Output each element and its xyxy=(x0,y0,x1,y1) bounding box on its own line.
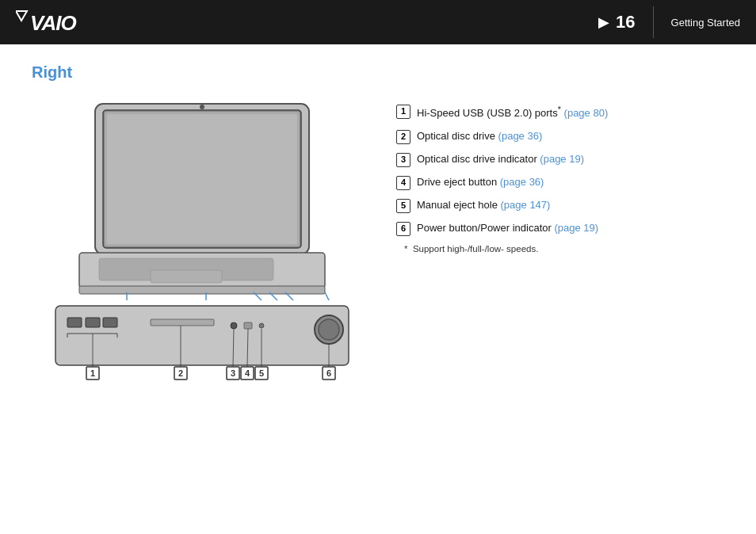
feature-item-5: 5 Manual eject hole (page 147) xyxy=(396,198,724,213)
svg-point-29 xyxy=(319,319,339,340)
feature-number-5: 5 xyxy=(396,199,410,213)
svg-line-16 xyxy=(325,292,329,300)
feature-text-2: Optical disc drive (page 36) xyxy=(417,129,542,143)
feature-link-5[interactable]: (page 147) xyxy=(501,199,551,211)
svg-rect-9 xyxy=(151,270,222,283)
feature-text-4: Drive eject button (page 36) xyxy=(417,175,544,189)
header: VAIO ▶ 16 Getting Started xyxy=(0,0,756,44)
main-content: Right xyxy=(0,44,756,408)
svg-rect-24 xyxy=(151,319,214,326)
vaio-logo: VAIO xyxy=(16,8,95,36)
svg-text:3: 3 xyxy=(231,368,235,378)
svg-point-27 xyxy=(259,323,264,328)
svg-point-25 xyxy=(231,322,237,329)
svg-marker-0 xyxy=(16,11,27,21)
svg-text:4: 4 xyxy=(245,368,250,378)
header-right: ▶ 16 Getting Started xyxy=(598,6,740,38)
feature-number-4: 4 xyxy=(396,176,410,190)
svg-rect-20 xyxy=(103,318,117,327)
svg-rect-26 xyxy=(244,322,252,329)
bottom-panel-illustration: 1 2 3 4 5 6 xyxy=(48,302,357,389)
svg-rect-17 xyxy=(55,306,349,365)
page-number-area: ▶ 16 xyxy=(598,12,635,32)
feature-text-3: Optical disc drive indicator (page 19) xyxy=(417,152,584,166)
feature-number-2: 2 xyxy=(396,130,410,144)
feature-text-6: Power button/Power indicator (page 19) xyxy=(417,221,598,235)
svg-text:VAIO: VAIO xyxy=(30,11,76,35)
feature-link-3[interactable]: (page 19) xyxy=(540,153,584,165)
feature-number-3: 3 xyxy=(396,153,410,167)
forward-arrow-icon: ▶ xyxy=(598,13,609,31)
svg-rect-5 xyxy=(107,114,297,244)
feature-item-6: 6 Power button/Power indicator (page 19) xyxy=(396,221,724,236)
logo-area: VAIO xyxy=(16,8,95,36)
feature-text-1: Hi-Speed USB (USB 2.0) ports* (page 80) xyxy=(417,104,608,121)
svg-rect-19 xyxy=(86,318,100,327)
svg-point-6 xyxy=(200,105,204,109)
feature-item-4: 4 Drive eject button (page 36) xyxy=(396,175,724,190)
svg-text:2: 2 xyxy=(178,368,183,378)
section-heading: Right xyxy=(32,63,724,82)
feature-item-1: 1 Hi-Speed USB (USB 2.0) ports* (page 80… xyxy=(396,104,724,121)
content-area: 1 2 3 4 5 6 xyxy=(32,96,724,389)
header-section-title: Getting Started xyxy=(671,17,740,29)
feature-link-6[interactable]: (page 19) xyxy=(554,222,598,234)
feature-number-6: 6 xyxy=(396,222,410,236)
feature-link-2[interactable]: (page 36) xyxy=(498,130,543,142)
footnote-text: * Support high-/full-/low- speeds. xyxy=(396,244,724,254)
feature-item-2: 2 Optical disc drive (page 36) xyxy=(396,129,724,144)
feature-link-4[interactable]: (page 36) xyxy=(500,176,544,188)
page-number: 16 xyxy=(616,12,635,32)
feature-link-1[interactable]: (page 80) xyxy=(564,107,609,119)
svg-rect-18 xyxy=(67,318,82,327)
feature-number-1: 1 xyxy=(396,105,410,119)
header-divider xyxy=(653,6,654,38)
laptop-illustration xyxy=(48,96,357,302)
laptop-area: 1 2 3 4 5 6 xyxy=(32,96,372,389)
feature-text-5: Manual eject hole (page 147) xyxy=(417,198,550,212)
svg-text:6: 6 xyxy=(326,368,331,378)
svg-text:5: 5 xyxy=(259,368,264,378)
feature-list: 1 Hi-Speed USB (USB 2.0) ports* (page 80… xyxy=(396,96,724,254)
feature-item-3: 3 Optical disc drive indicator (page 19) xyxy=(396,152,724,167)
svg-text:1: 1 xyxy=(90,368,95,378)
svg-rect-10 xyxy=(79,286,325,294)
